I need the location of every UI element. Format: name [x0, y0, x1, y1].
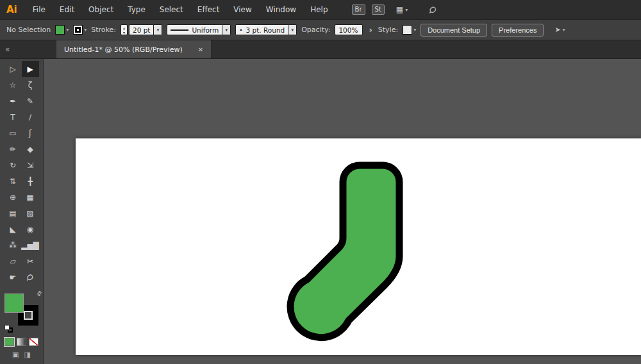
tool-type[interactable]: T — [4, 109, 22, 125]
tool-selection[interactable]: ▶ — [22, 61, 39, 77]
stroke-weight-label: Stroke: — [91, 26, 116, 34]
toolbar-collapse-icon[interactable]: « — [0, 40, 44, 58]
default-fill-stroke-icon[interactable] — [4, 325, 13, 333]
sock-shape[interactable] — [290, 165, 399, 338]
shape-layer — [44, 59, 641, 364]
tool-column-graph[interactable]: ▂▅▇ — [22, 237, 39, 253]
chevron-down-icon: ▾ — [563, 27, 565, 33]
control-panel-menu[interactable]: ➤ ▾ — [554, 26, 565, 34]
workspace: ▷ ▶ ☆ ζ ✒ ✎ T ∕ ▭ ʃ ✏ ◆ ↻ ⇲ ⇅ ╋ ⊕ ▦ ▤ ▨ — [0, 59, 641, 364]
zoom-icon: Ϙ — [25, 272, 36, 283]
menu-select[interactable]: Select — [153, 0, 190, 19]
tool-pencil[interactable]: ✏ — [4, 141, 22, 157]
fill-color-swatch[interactable] — [55, 25, 65, 35]
profile-text: Uniform — [192, 26, 219, 34]
draw-behind-icon[interactable]: ◨ — [24, 351, 31, 359]
swap-fill-stroke-icon[interactable]: ⇄ — [35, 289, 44, 298]
opacity-options-arrow[interactable]: › — [367, 25, 373, 35]
canvas-area[interactable] — [44, 59, 641, 364]
drawing-mode-buttons: ▣ ◨ — [12, 351, 31, 359]
stepper-up-icon[interactable]: ▴ — [121, 26, 127, 30]
tool-paintbrush[interactable]: ʃ — [22, 125, 39, 141]
menu-file[interactable]: File — [26, 0, 53, 19]
tool-lasso[interactable]: ζ — [22, 77, 39, 93]
chevron-down-icon: ▾ — [84, 27, 87, 33]
brush-dot-icon: • — [239, 27, 242, 33]
tool-slice[interactable]: ✂ — [22, 253, 39, 269]
preferences-button[interactable]: Preferences — [492, 24, 544, 37]
search-icon[interactable]: Ϙ — [427, 4, 438, 15]
stroke-weight-value[interactable]: 20 pt — [129, 24, 154, 35]
control-bar: No Selection ▾ ▾ Stroke: ▴ ▾ 20 pt ▾ Uni… — [0, 19, 641, 40]
tool-direct-selection[interactable]: ▷ — [4, 61, 22, 77]
brush-definition-dropdown[interactable]: ▾ — [288, 24, 297, 35]
tool-width[interactable]: ⇅ — [4, 173, 22, 189]
tool-free-transform[interactable]: ╋ — [22, 173, 39, 189]
bridge-button[interactable]: Br — [352, 4, 365, 15]
draw-normal-icon[interactable]: ▣ — [12, 351, 19, 359]
stroke-weight-control: ▴ ▾ 20 pt ▾ — [121, 24, 162, 35]
gradient-button[interactable] — [17, 338, 26, 346]
tool-perspective-grid[interactable]: ▦ — [22, 189, 39, 205]
document-tab[interactable]: Untitled-1* @ 50% (RGB/Preview) ✕ — [56, 40, 212, 58]
fill-color-control[interactable]: ▾ — [55, 25, 69, 35]
tool-curvature[interactable]: ✎ — [22, 93, 39, 109]
fill-proxy-swatch[interactable] — [4, 294, 24, 313]
tool-pen[interactable]: ✒ — [4, 93, 22, 109]
chevron-down-icon: ▾ — [413, 27, 416, 33]
menu-bar: Ai File Edit Object Type Select Effect V… — [0, 0, 641, 19]
stock-button[interactable]: St — [372, 4, 385, 15]
close-icon[interactable]: ✕ — [198, 46, 203, 53]
tool-eraser[interactable]: ◆ — [22, 141, 39, 157]
document-tab-title: Untitled-1* @ 50% (RGB/Preview) — [64, 46, 183, 54]
menu-object[interactable]: Object — [81, 0, 121, 19]
pointer-icon: ➤ — [554, 26, 560, 34]
tool-hand[interactable]: ☛ — [4, 269, 22, 285]
default-fill-square — [4, 325, 10, 330]
menu-window[interactable]: Window — [259, 0, 303, 19]
tool-grid: ▷ ▶ ☆ ζ ✒ ✎ T ∕ ▭ ʃ ✏ ◆ ↻ ⇲ ⇅ ╋ ⊕ ▦ ▤ ▨ — [4, 61, 39, 285]
opacity-control: 100% — [335, 24, 363, 35]
tab-strip: « Untitled-1* @ 50% (RGB/Preview) ✕ — [0, 40, 641, 59]
tool-gradient[interactable]: ▨ — [22, 205, 39, 221]
stroke-profile-dropdown[interactable]: ▾ — [222, 24, 231, 35]
menu-view[interactable]: View — [226, 0, 258, 19]
opacity-value[interactable]: 100% — [335, 24, 363, 35]
menu-help[interactable]: Help — [303, 0, 335, 19]
fill-stroke-indicator: ⇄ — [4, 292, 40, 327]
stroke-color-swatch[interactable] — [73, 25, 83, 35]
chevron-down-icon: ▾ — [405, 7, 408, 13]
tool-symbol-sprayer[interactable]: ⁂ — [4, 237, 22, 253]
tool-shape-builder[interactable]: ⊕ — [4, 189, 22, 205]
color-button[interactable] — [4, 338, 14, 346]
tool-eyedropper[interactable]: ◣ — [4, 221, 22, 237]
workspace-switcher[interactable]: ▦ ▾ — [396, 5, 408, 14]
menu-type[interactable]: Type — [121, 0, 153, 19]
stroke-weight-stepper[interactable]: ▴ ▾ — [121, 24, 128, 35]
style-swatch[interactable] — [403, 25, 412, 35]
style-control[interactable]: ▾ — [403, 25, 416, 35]
none-button[interactable] — [29, 338, 38, 346]
tool-rotate[interactable]: ↻ — [4, 157, 22, 173]
tool-artboard[interactable]: ▱ — [4, 253, 22, 269]
stroke-color-control[interactable]: ▾ — [73, 25, 87, 35]
tool-scale[interactable]: ⇲ — [22, 157, 39, 173]
tools-panel: ▷ ▶ ☆ ζ ✒ ✎ T ∕ ▭ ʃ ✏ ◆ ↻ ⇲ ⇅ ╋ ⊕ ▦ ▤ ▨ — [0, 59, 44, 364]
tool-line-segment[interactable]: ∕ — [22, 109, 39, 125]
menu-bar-right: Br St ▦ ▾ Ϙ — [352, 4, 437, 15]
tool-magic-wand[interactable]: ☆ — [4, 77, 22, 93]
stroke-profile-control: Uniform ▾ — [167, 24, 231, 35]
tool-zoom[interactable]: Ϙ — [22, 269, 39, 285]
illustrator-window: Ai File Edit Object Type Select Effect V… — [0, 0, 641, 364]
app-logo: Ai — [0, 4, 26, 15]
tool-mesh[interactable]: ▤ — [4, 205, 22, 221]
stroke-weight-dropdown[interactable]: ▾ — [154, 24, 162, 35]
tool-rectangle[interactable]: ▭ — [4, 125, 22, 141]
stroke-profile-value[interactable]: Uniform — [167, 24, 222, 35]
tool-blend[interactable]: ◉ — [22, 221, 39, 237]
document-setup-button[interactable]: Document Setup — [420, 24, 487, 37]
brush-definition-value[interactable]: • 3 pt. Round — [235, 24, 288, 35]
stepper-down-icon[interactable]: ▾ — [121, 30, 127, 35]
menu-edit[interactable]: Edit — [53, 0, 81, 19]
menu-effect[interactable]: Effect — [190, 0, 227, 19]
